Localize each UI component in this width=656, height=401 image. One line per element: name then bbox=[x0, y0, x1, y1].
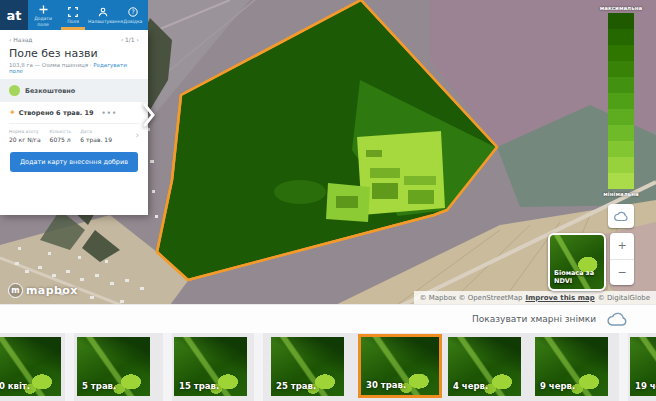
mapbox-logo-text: mapbox bbox=[26, 284, 78, 297]
crop-frame-icon bbox=[68, 7, 78, 17]
mapbox-logo-icon: m bbox=[8, 283, 23, 298]
svg-text:?: ? bbox=[131, 9, 134, 16]
nav-item-help[interactable]: ? Довідка bbox=[118, 0, 148, 30]
stat-date: Дата 6 трав. 19 bbox=[80, 129, 112, 143]
chevron-right-icon bbox=[143, 103, 155, 127]
timeline-thumb[interactable]: 30 квіт. bbox=[0, 337, 61, 396]
nav-item-settings[interactable]: Налаштування bbox=[88, 0, 118, 30]
nav-label: Поля bbox=[67, 19, 79, 24]
plan-badge-icon bbox=[9, 85, 20, 96]
nav-item-fields[interactable]: Поля bbox=[58, 0, 88, 30]
thumb-date: 4 черв. bbox=[453, 381, 488, 391]
stat-label: Дата bbox=[80, 129, 112, 134]
timeline-thumb[interactable]: 5 трав. bbox=[77, 337, 150, 396]
ndvi-scale-segment bbox=[608, 157, 634, 173]
snapshot-timeline[interactable]: 30 квіт. 5 трав. 15 трав. 25 трав. 30 тр… bbox=[0, 333, 656, 401]
stat-nitrogen: Норма азоту 20 кг N/га bbox=[9, 129, 41, 143]
biomass-ndvi-label: Біомаса за NDVI bbox=[554, 270, 598, 286]
field-pager[interactable]: ‹ 1/1 › bbox=[121, 36, 139, 43]
question-icon: ? bbox=[128, 7, 138, 17]
nav-label: Довідка bbox=[124, 19, 143, 24]
app-logo[interactable]: at bbox=[0, 0, 28, 30]
stat-value: 6 трав. 19 bbox=[80, 136, 112, 143]
nav-label: Додати поле bbox=[28, 16, 58, 26]
cloud-toggle-label: Показувати хмарні знімки bbox=[472, 314, 596, 324]
timeline-separator bbox=[619, 333, 628, 401]
timeline-thumb[interactable]: 15 трав. bbox=[174, 337, 247, 396]
timeline-thumb[interactable]: 4 черв. bbox=[448, 337, 521, 396]
timeline-separator bbox=[254, 333, 263, 401]
card-header: ✦ Створено 6 трав. 19 ••• bbox=[9, 109, 139, 117]
stat-amount: Кількість 6075 л bbox=[50, 129, 72, 143]
stat-label: Норма азоту bbox=[9, 129, 41, 134]
panel-collapse-chevron[interactable] bbox=[143, 103, 155, 131]
cloud-layer-button[interactable] bbox=[608, 204, 634, 228]
ndvi-scale-segment bbox=[608, 141, 634, 157]
zoom-out-button[interactable]: − bbox=[610, 259, 634, 286]
cloud-icon bbox=[613, 211, 629, 222]
nav-label: Налаштування bbox=[88, 19, 118, 24]
timeline-separator bbox=[65, 333, 74, 401]
thumb-date: 30 трав. bbox=[366, 380, 406, 390]
plan-row: Безкоштовно bbox=[0, 79, 148, 102]
ndvi-scale-segment bbox=[608, 93, 634, 109]
mapbox-logo[interactable]: m mapbox bbox=[8, 283, 78, 298]
field-info-panel: ‹ Назад ‹ 1/1 › Поле без назви 103,8 га … bbox=[0, 30, 148, 215]
more-menu-button[interactable]: ••• bbox=[102, 109, 117, 117]
thumb-date: 19 черв. bbox=[635, 381, 656, 391]
thumb-date: 30 квіт. bbox=[0, 381, 30, 391]
app-window: максимальна мінімальна Біомаса за NDVI +… bbox=[0, 0, 656, 401]
thumb-date: 25 трав. bbox=[276, 381, 316, 391]
add-fertilizer-map-button[interactable]: Додати карту внесення добрив bbox=[10, 152, 138, 172]
top-nav-bar: at Додати поле Поля Налаштування bbox=[0, 0, 148, 30]
timeline-thumb-selected[interactable]: 30 трав. bbox=[358, 334, 442, 398]
plus-icon bbox=[39, 5, 48, 14]
ndvi-scale-segment bbox=[608, 29, 634, 45]
field-title: Поле без назви bbox=[0, 45, 148, 60]
ndvi-legend: максимальна мінімальна bbox=[604, 5, 638, 228]
timeline-separator bbox=[163, 333, 172, 401]
attribution-digitalglobe: © DigitalGlobe bbox=[598, 294, 650, 302]
thumb-date: 9 черв. bbox=[540, 381, 575, 391]
cloud-icon[interactable] bbox=[606, 312, 630, 327]
stat-label: Кількість bbox=[50, 129, 72, 134]
biomass-ndvi-layer-card[interactable]: Біомаса за NDVI bbox=[548, 233, 606, 291]
person-icon bbox=[98, 7, 108, 17]
legend-max-label: максимальна bbox=[600, 5, 642, 11]
thumb-date: 5 трав. bbox=[82, 381, 116, 391]
timeline-thumb[interactable]: 25 трав. bbox=[271, 337, 344, 396]
field-subtitle: 103,8 га — Озима пшениця · Редагувати по… bbox=[0, 60, 148, 79]
thumb-date: 15 трав. bbox=[179, 381, 219, 391]
stat-value: 20 кг N/га bbox=[9, 136, 41, 143]
ndvi-scale-bar bbox=[608, 13, 634, 189]
ndvi-scale-segment bbox=[608, 173, 634, 189]
legend-min-label: мінімальна bbox=[603, 191, 638, 197]
ndvi-scale-segment bbox=[608, 77, 634, 93]
nav-item-add-field[interactable]: Додати поле bbox=[28, 0, 58, 30]
stat-value: 6075 л bbox=[50, 136, 72, 143]
timeline-thumb[interactable]: 19 черв. bbox=[630, 337, 656, 396]
cloud-images-toggle-row: Показувати хмарні знімки bbox=[0, 304, 656, 333]
improve-map-link[interactable]: Improve this map bbox=[525, 294, 594, 302]
map-attribution: © Mapbox © OpenStreetMap Improve this ma… bbox=[414, 291, 656, 304]
back-button[interactable]: ‹ Назад bbox=[9, 36, 33, 43]
fertilizer-map-card[interactable]: ✦ Створено 6 трав. 19 ••• Норма азоту 20… bbox=[0, 102, 148, 172]
star-icon: ✦ bbox=[9, 109, 16, 117]
ndvi-scale-segment bbox=[608, 61, 634, 77]
card-stats: Норма азоту 20 кг N/га Кількість 6075 л … bbox=[9, 123, 139, 143]
ndvi-scale-segment bbox=[608, 125, 634, 141]
created-label: Створено 6 трав. 19 bbox=[19, 109, 94, 117]
ndvi-scale-segment bbox=[608, 45, 634, 61]
zoom-in-button[interactable]: + bbox=[610, 233, 634, 259]
ndvi-scale-segment bbox=[608, 13, 634, 29]
panel-top-row: ‹ Назад ‹ 1/1 › bbox=[0, 30, 148, 45]
map-zoom-control: + − bbox=[610, 233, 634, 285]
nav-items: Додати поле Поля Налаштування ? bbox=[28, 0, 148, 30]
plan-badge-label: Безкоштовно bbox=[25, 87, 75, 95]
attribution-osm[interactable]: © Mapbox © OpenStreetMap bbox=[420, 294, 523, 302]
timeline-thumb[interactable]: 9 черв. bbox=[535, 337, 608, 396]
chevron-right-icon[interactable]: › bbox=[136, 131, 139, 140]
ndvi-scale-segment bbox=[608, 109, 634, 125]
